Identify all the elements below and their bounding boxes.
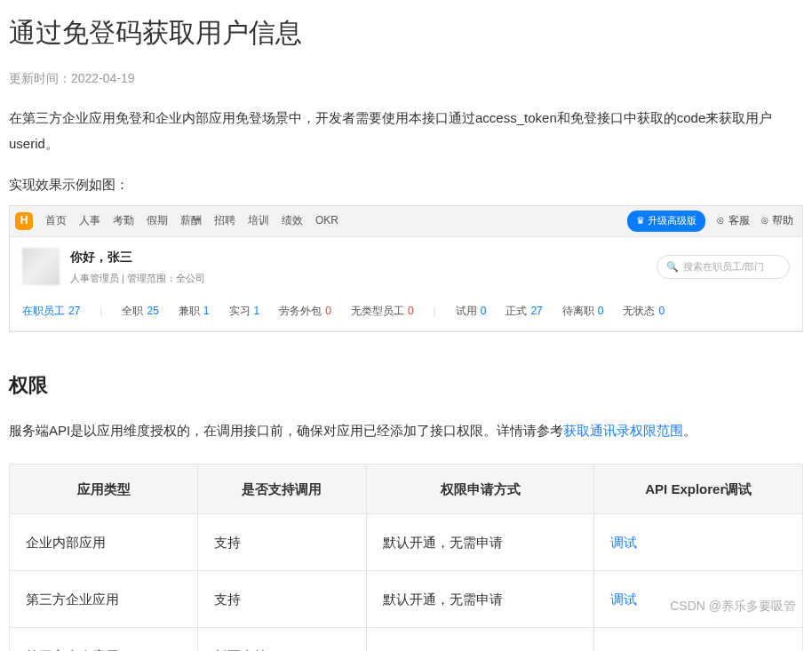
demo-header: 你好，张三 人事管理员 | 管理范围：全公司 🔍 搜索在职员工/部门: [10, 237, 802, 295]
stat-separator: |: [434, 302, 436, 322]
role-line: 人事管理员 | 管理范围：全公司: [70, 270, 205, 288]
nav-item[interactable]: 薪酬: [180, 211, 202, 231]
stat-item[interactable]: 无状态0: [623, 302, 665, 322]
demo-logo-icon: H: [15, 212, 33, 230]
avatar: [22, 248, 60, 285]
page-title: 通过免登码获取用户信息: [9, 9, 803, 57]
debug-link[interactable]: 调试: [610, 591, 637, 607]
stat-separator: |: [100, 302, 102, 322]
th-method: 权限申请方式: [366, 464, 594, 513]
cell-debug: 调试: [594, 513, 803, 570]
demo-topbar: H 首页 人事 考勤 假期 薪酬 招聘 培训 绩效 OKR ♛ 升级高级版 ⊙ …: [10, 206, 802, 237]
crown-icon: ♛: [636, 212, 645, 230]
debug-link[interactable]: 调试: [610, 535, 637, 550]
update-prefix: 更新时间：: [9, 71, 71, 85]
demo-screenshot: H 首页 人事 考勤 假期 薪酬 招聘 培训 绩效 OKR ♛ 升级高级版 ⊙ …: [9, 205, 803, 331]
cell-support: 暂不支持: [198, 627, 367, 651]
perm-desc-prefix: 服务端API是以应用维度授权的，在调用接口前，确保对应用已经添加了接口权限。详情…: [9, 423, 563, 438]
th-support: 是否支持调用: [198, 464, 367, 513]
example-label: 实现效果示例如图：: [9, 172, 803, 196]
stat-item[interactable]: 劳务外包0: [279, 302, 331, 322]
permission-heading: 权限: [9, 368, 803, 403]
cell-app-type: 第三方个人应用: [10, 627, 198, 651]
demo-nav: 首页 人事 考勤 假期 薪酬 招聘 培训 绩效 OKR: [45, 211, 615, 231]
nav-item[interactable]: 考勤: [113, 211, 134, 231]
stat-item[interactable]: 正式27: [506, 302, 542, 322]
permission-table: 应用类型 是否支持调用 权限申请方式 API Explorer调试 企业内部应用…: [9, 464, 803, 651]
nav-item[interactable]: 首页: [45, 211, 67, 231]
cell-method: 默认开通，无需申请: [366, 570, 594, 627]
upgrade-label: 升级高级版: [648, 212, 697, 230]
cell-app-type: 企业内部应用: [10, 513, 198, 570]
cell-app-type: 第三方企业应用: [10, 570, 198, 627]
search-input[interactable]: 🔍 搜索在职员工/部门: [657, 255, 790, 280]
nav-item[interactable]: 培训: [248, 211, 269, 231]
th-debug: API Explorer调试: [594, 464, 803, 513]
table-row: 第三方企业应用支持默认开通，无需申请调试: [10, 570, 803, 627]
permission-description: 服务端API是以应用维度授权的，在调用接口前，确保对应用已经添加了接口权限。详情…: [9, 418, 803, 444]
search-placeholder: 搜索在职员工/部门: [683, 258, 764, 276]
help-link[interactable]: ⊙ 帮助: [760, 211, 793, 231]
cell-debug: 调试: [594, 570, 803, 627]
search-icon: 🔍: [666, 258, 679, 276]
stat-item[interactable]: 在职员工27: [22, 302, 80, 322]
perm-desc-suffix: 。: [683, 423, 697, 438]
stat-item[interactable]: 试用0: [456, 302, 487, 322]
table-row: 企业内部应用支持默认开通，无需申请调试: [10, 513, 803, 570]
nav-item[interactable]: 招聘: [214, 211, 235, 231]
cell-support: 支持: [198, 570, 367, 627]
kefu-label: 客服: [728, 214, 750, 226]
cell-debug: —: [594, 627, 803, 651]
help-link-label: 帮助: [772, 214, 793, 226]
permission-scope-link[interactable]: 获取通讯录权限范围: [563, 423, 683, 438]
greeting: 你好，张三: [70, 246, 205, 268]
demo-stats-row: 在职员工27|全职25兼职1实习1劳务外包0无类型员工0|试用0正式27待离职0…: [10, 295, 802, 331]
stat-item[interactable]: 兼职1: [179, 302, 210, 322]
update-date: 2022-04-19: [71, 71, 135, 85]
stat-item[interactable]: 实习1: [229, 302, 260, 322]
upgrade-button[interactable]: ♛ 升级高级版: [627, 210, 705, 232]
nav-item[interactable]: OKR: [315, 211, 338, 231]
update-time: 更新时间：2022-04-19: [9, 67, 803, 90]
table-header-row: 应用类型 是否支持调用 权限申请方式 API Explorer调试: [10, 464, 803, 513]
cell-support: 支持: [198, 513, 367, 570]
intro-paragraph: 在第三方企业应用免登和企业内部应用免登场景中，开发者需要使用本接口通过acces…: [9, 106, 803, 156]
kefu-link[interactable]: ⊙ 客服: [716, 211, 749, 231]
stat-item[interactable]: 无类型员工0: [351, 302, 414, 322]
nav-item[interactable]: 人事: [79, 211, 100, 231]
cell-method: —: [366, 627, 594, 651]
stat-item[interactable]: 全职25: [122, 302, 158, 322]
th-app-type: 应用类型: [10, 464, 198, 513]
stat-item[interactable]: 待离职0: [562, 302, 604, 322]
nav-item[interactable]: 绩效: [282, 211, 303, 231]
cell-method: 默认开通，无需申请: [366, 513, 594, 570]
table-row: 第三方个人应用暂不支持——: [10, 627, 803, 651]
nav-item[interactable]: 假期: [147, 211, 168, 231]
